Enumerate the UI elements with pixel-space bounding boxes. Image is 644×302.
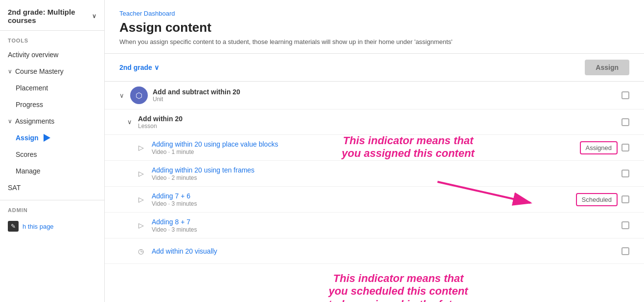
edit-icon: ✎ — [8, 221, 19, 232]
breadcrumb[interactable]: Teacher Dashboard — [119, 10, 629, 17]
table-row: ∨ Add within 20 Lesson — [105, 109, 644, 135]
grade-chevron-icon: ∨ — [154, 64, 159, 71]
sidebar-item-scores[interactable]: Scores — [0, 146, 104, 163]
row-actions — [621, 91, 629, 99]
page-header: Teacher Dashboard Assign content When yo… — [105, 0, 644, 54]
page-title: Assign content — [119, 20, 629, 35]
sidebar-item-assign[interactable]: Assign — [0, 129, 104, 146]
video-title[interactable]: Adding within 20 using ten frames — [152, 166, 254, 174]
video-title[interactable]: Adding 8 + 7 — [152, 218, 190, 226]
row-checkbox[interactable] — [621, 221, 629, 229]
assigned-badge: Assigned — [580, 141, 618, 154]
video-title[interactable]: Adding 7 + 6 — [152, 192, 190, 200]
unit-info: Add and subtract within 20 Unit — [153, 88, 617, 103]
sidebar-item-assignments[interactable]: ∨ Assignments — [0, 113, 104, 129]
sidebar-item-label: Assign — [16, 134, 39, 142]
row-checkbox[interactable] — [621, 247, 629, 255]
collapse-icon[interactable]: ∨ — [119, 92, 124, 99]
school-chevron-icon: ∨ — [92, 13, 96, 20]
sidebar-item-label: Placement — [16, 84, 48, 92]
sidebar-item-label: Course Mastery — [15, 67, 64, 75]
unit-icon: ⬡ — [130, 86, 148, 104]
content-list: ∨ ⬡ Add and subtract within 20 Unit ∨ Ad… — [105, 82, 644, 264]
play-icon: ▷ — [135, 142, 147, 153]
row-actions — [621, 221, 629, 229]
grade-selector[interactable]: 2nd grade ∨ — [119, 64, 159, 71]
main-content: Teacher Dashboard Assign content When yo… — [105, 0, 644, 302]
sidebar-item-edit-page[interactable]: ✎ h this page — [0, 216, 104, 237]
tools-section-label: TOOLS — [0, 31, 104, 46]
unit-subtitle: Unit — [153, 96, 617, 103]
row-actions — [621, 118, 629, 126]
video-title[interactable]: Adding within 20 using place value block… — [152, 140, 278, 148]
video-info: Adding 8 + 7 Video · 3 minutes — [152, 217, 617, 233]
school-title-text: 2nd grade: Multiple courses — [8, 8, 90, 24]
active-arrow-icon — [44, 134, 50, 142]
sidebar-header: 2nd grade: Multiple courses ∨ — [0, 0, 104, 31]
row-checkbox[interactable] — [621, 144, 629, 151]
sidebar-item-label: Activity overview — [8, 51, 58, 59]
row-checkbox[interactable] — [621, 195, 629, 203]
table-row: ▷ Adding within 20 using ten frames Vide… — [105, 161, 644, 187]
toolbar: 2nd grade ∨ Assign — [105, 54, 644, 82]
scheduled-tooltip-line1: This indicator means that — [310, 272, 486, 285]
row-actions — [621, 247, 629, 255]
row-checkbox[interactable] — [621, 170, 629, 177]
sidebar-item-placement[interactable]: Placement — [0, 80, 104, 96]
admin-section: ADMIN ✎ h this page — [0, 200, 104, 237]
play-icon: ▷ — [135, 194, 147, 205]
assigned-tooltip: This indicator means that you assigned t… — [325, 134, 491, 160]
sidebar-item-label: Scores — [16, 151, 37, 158]
row-actions — [621, 170, 629, 177]
row-checkbox[interactable] — [621, 118, 629, 126]
assignments-chevron-icon: ∨ — [8, 118, 12, 125]
edit-page-label: h this page — [23, 223, 54, 230]
sidebar-item-label: SAT — [8, 184, 21, 192]
sidebar-item-course-mastery[interactable]: ∨ Course Mastery — [0, 63, 104, 80]
play-icon: ▷ — [135, 219, 147, 231]
scheduled-tooltip-line2: you scheduled this content — [310, 285, 486, 298]
sidebar-item-sat[interactable]: SAT — [0, 179, 104, 196]
course-mastery-chevron-icon: ∨ — [8, 68, 12, 75]
video-subtitle: Video · 3 minutes — [152, 200, 571, 207]
scheduled-badge: Scheduled — [576, 193, 618, 206]
row-actions: Assigned — [580, 141, 629, 154]
video-subtitle: Video · 2 minutes — [152, 174, 617, 181]
sidebar-item-label: Progress — [16, 101, 43, 108]
admin-section-label: ADMIN — [0, 200, 104, 216]
table-row: ◷ Add within 20 visually — [105, 238, 644, 264]
sidebar: 2nd grade: Multiple courses ∨ TOOLS Acti… — [0, 0, 105, 302]
school-title[interactable]: 2nd grade: Multiple courses ∨ — [8, 8, 96, 24]
unit-title: Add and subtract within 20 — [153, 88, 617, 96]
video-info: Adding 7 + 6 Video · 3 minutes — [152, 192, 571, 207]
assigned-tooltip-line2: you assigned this content — [325, 147, 491, 160]
sidebar-item-progress[interactable]: Progress — [0, 96, 104, 113]
play-icon: ▷ — [135, 168, 147, 179]
lesson-info: Add within 20 Lesson — [138, 115, 617, 129]
lesson-subtitle: Lesson — [138, 123, 617, 129]
scheduled-tooltip-line3: to be assigned in the future — [310, 298, 486, 302]
lesson-title: Add within 20 — [138, 115, 617, 123]
sidebar-item-activity-overview[interactable]: Activity overview — [0, 46, 104, 63]
video-info: Add within 20 visually — [152, 247, 617, 256]
table-row: ∨ ⬡ Add and subtract within 20 Unit — [105, 82, 644, 109]
play-icon: ◷ — [135, 245, 147, 257]
sidebar-item-label: Manage — [16, 167, 41, 175]
assign-button[interactable]: Assign — [585, 60, 629, 75]
sidebar-item-manage[interactable]: Manage — [0, 163, 104, 179]
video-subtitle: Video · 3 minutes — [152, 226, 617, 233]
assigned-tooltip-line1: This indicator means that — [325, 134, 491, 147]
collapse-icon[interactable]: ∨ — [127, 118, 132, 126]
row-actions: Scheduled — [576, 193, 629, 206]
table-row: ▷ Adding 7 + 6 Video · 3 minutes Schedul… — [105, 187, 644, 213]
sidebar-item-label: Assignments — [15, 117, 54, 125]
page-subtitle: When you assign specific content to a st… — [119, 38, 629, 45]
video-title[interactable]: Add within 20 visually — [152, 247, 217, 255]
video-info: Adding within 20 using ten frames Video … — [152, 166, 617, 181]
table-row: ▷ Adding 8 + 7 Video · 3 minutes — [105, 213, 644, 238]
row-checkbox[interactable] — [621, 91, 629, 99]
scheduled-tooltip: This indicator means that you scheduled … — [310, 272, 486, 302]
grade-label: 2nd grade — [119, 64, 152, 71]
